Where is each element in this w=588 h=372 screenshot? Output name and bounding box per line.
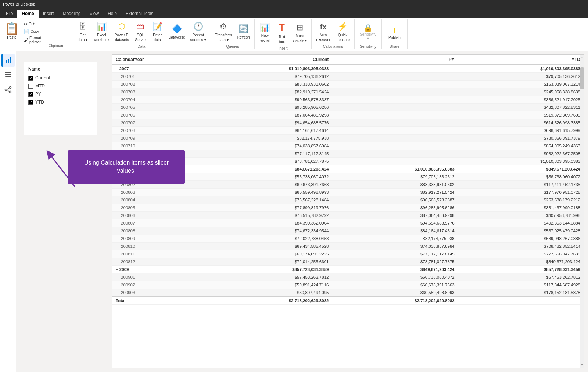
data-table-container: CalendarYear Current PY YTD −2007 $1,010…	[112, 54, 584, 368]
table-row: 200804 $75,567,228.1484 $90,563,578.3387…	[112, 196, 584, 204]
copy-button[interactable]: 📄 Copy	[22, 28, 43, 35]
queries-group-items: ⚙ Transformdata ▾ 🔄 Refresh	[213, 20, 252, 44]
new-measure-icon: fx	[320, 22, 327, 32]
get-data-button[interactable]: 🗄 Getdata ▾	[75, 20, 91, 44]
scrollbar-thumb[interactable]	[580, 67, 584, 89]
more-visuals-button[interactable]: ⊞ Morevisuals ▾	[291, 21, 309, 45]
tab-modeling[interactable]: Modeling	[58, 10, 85, 18]
table-body: −2007 $1,010,803,395.0383 $1,010,803,395…	[112, 65, 584, 305]
text-box-label: Textbox	[279, 35, 285, 44]
transform-label: Transformdata ▾	[215, 33, 232, 42]
table-row: 200810 $69,434,585.4528 $74,038,857.6984…	[112, 243, 584, 250]
tab-home[interactable]: Home	[17, 10, 38, 18]
scrollbar-right[interactable]: ▲ ▼	[580, 55, 584, 368]
table-row: −2009 $857,728,031.3459 $849,671,203.424…	[112, 266, 584, 273]
format-painter-button[interactable]: 🖌 Format painter	[22, 35, 43, 45]
slicer-item-ytd[interactable]: ✓ YTD	[28, 100, 92, 105]
scroll-down-arrow[interactable]: ▼	[580, 362, 584, 368]
svg-rect-6	[5, 78, 8, 78]
sensitivity-icon: 🔒	[363, 24, 373, 32]
table-row: 200902 $59,891,424.7116 $60,673,391.7663…	[112, 281, 584, 289]
new-visual-button[interactable]: 📊 Newvisual	[257, 21, 273, 45]
table-row: 200704 $90,563,578.3387 $336,521,917.202…	[112, 96, 584, 104]
enter-data-label: Enterdata	[153, 33, 162, 42]
new-measure-button[interactable]: fx Newmeasure	[314, 21, 333, 43]
checkbox-py[interactable]: ✓	[28, 92, 33, 97]
table-row: 200901 $57,453,262.7812 $56,738,060.4072…	[112, 273, 584, 281]
calculations-group: fx Newmeasure ⚡ Quickmeasure Calculation…	[312, 19, 355, 49]
enter-data-button[interactable]: 📝 Enterdata	[149, 20, 165, 44]
table-row: 200809 $72,022,788.0458 $82,174,775.938 …	[112, 235, 584, 243]
main-area: Name ✓ Current MTD ✓ PY ✓ YTD	[0, 51, 588, 372]
table-row: 200706 $87,064,486.9298 $519,872,309.760…	[112, 111, 584, 119]
refresh-label: Refresh	[237, 35, 250, 40]
transform-data-button[interactable]: ⚙ Transformdata ▾	[213, 20, 234, 44]
new-visual-icon: 📊	[260, 22, 270, 33]
insert-group-items: 📊 Newvisual T Textbox ⊞ Morevisuals ▾	[257, 20, 309, 46]
sidebar-icon-model[interactable]	[1, 83, 15, 96]
power-bi-datasets-button[interactable]: ⬡ Power BIdatasets	[112, 20, 132, 44]
refresh-icon: 🔄	[239, 24, 248, 35]
table-row: 200811 $69,174,095.2225 $77,117,117.8145…	[112, 250, 584, 258]
recent-sources-button[interactable]: 🕐 Recentsources ▾	[188, 20, 208, 44]
scroll-up-arrow[interactable]: ▲	[580, 55, 584, 60]
tooltip-text: Using Calculation items as slicer values…	[84, 160, 169, 174]
dataverse-button[interactable]: 🔷 Dataverse	[166, 22, 187, 42]
sql-server-button[interactable]: 🗃 SQLServer	[132, 20, 148, 44]
queries-group-label: Queries	[226, 44, 239, 49]
tab-help[interactable]: Help	[103, 10, 121, 18]
quick-measure-label: Quickmeasure	[336, 33, 350, 42]
excel-workbook-button[interactable]: 📊 Excelworkbook	[92, 20, 112, 44]
table-row: 200708 $84,164,617.4614 $698,691,615.799…	[112, 127, 584, 135]
more-visuals-label: Morevisuals ▾	[293, 33, 307, 43]
table-row: 200705 $96,285,905.6286 $432,807,822.831…	[112, 104, 584, 111]
text-box-button[interactable]: T Textbox	[274, 20, 290, 46]
queries-group: ⚙ Transformdata ▾ 🔄 Refresh Queries	[211, 19, 255, 49]
svg-rect-5	[5, 76, 11, 77]
sidebar-icon-report[interactable]	[1, 54, 15, 67]
svg-line-11	[7, 90, 9, 92]
paste-icon: 📋	[4, 21, 19, 35]
table-row: 200709 $82,174,775.938 $780,866,391.7379	[112, 135, 584, 142]
refresh-button[interactable]: 🔄 Refresh	[235, 22, 252, 42]
checkbox-current[interactable]: ✓	[28, 76, 33, 81]
slicer-label-ytd: YTD	[35, 100, 44, 105]
slicer-item-mtd[interactable]: MTD	[28, 83, 92, 89]
tab-insert[interactable]: Insert	[39, 10, 58, 18]
table-row: 200701 $79,705,136.2612 $79,705,136.2612	[112, 73, 584, 81]
slicer-label-current: Current	[35, 75, 50, 81]
title-text: Power BI Desktop	[3, 2, 35, 6]
publish-icon: ↑	[392, 24, 397, 36]
copy-label: Copy	[31, 29, 39, 33]
svg-point-9	[9, 91, 11, 93]
slicer-item-current[interactable]: ✓ Current	[28, 75, 92, 81]
clipboard-group: 📋 Paste ✂ Cut 📄 Copy 🖌 Format painter Cl…	[0, 19, 72, 49]
tooltip-callout: Using Calculation items as slicer values…	[68, 150, 185, 184]
enter-data-icon: 📝	[153, 21, 162, 32]
checkbox-ytd[interactable]: ✓	[28, 100, 33, 105]
tab-view[interactable]: View	[85, 10, 103, 18]
tab-file[interactable]: File	[1, 10, 17, 18]
share-group: ↑ Publish Share	[382, 19, 408, 49]
publish-label: Publish	[388, 36, 401, 40]
paste-button[interactable]: 📋 Paste	[1, 20, 22, 49]
dataverse-label: Dataverse	[168, 35, 185, 40]
sidebar-icon-data[interactable]	[1, 68, 15, 82]
share-group-items: ↑ Publish	[384, 20, 405, 44]
sensitivity-group: 🔒 Sensitivity▾ Sensitivity	[355, 19, 382, 49]
paste-label: Paste	[7, 35, 17, 39]
quick-measure-button[interactable]: ⚡ Quickmeasure	[333, 20, 352, 44]
sensitivity-button[interactable]: 🔒 Sensitivity▾	[357, 22, 379, 42]
svg-rect-2	[10, 57, 11, 63]
slicer-label-mtd: MTD	[35, 83, 45, 89]
data-group: 🗄 Getdata ▾ 📊 Excelworkbook ⬡ Power BIda…	[72, 19, 211, 49]
slicer-panel: Name ✓ Current MTD ✓ PY ✓ YTD	[24, 62, 97, 135]
table-row: 200710 $74,038,857.6984 $854,905,249.436…	[112, 142, 584, 150]
checkbox-mtd[interactable]	[28, 84, 33, 89]
slicer-item-py[interactable]: ✓ PY	[28, 92, 92, 97]
publish-button[interactable]: ↑ Publish	[384, 23, 405, 41]
sql-icon: 🗃	[136, 21, 144, 32]
tab-external-tools[interactable]: External Tools	[121, 10, 158, 18]
get-data-icon: 🗄	[79, 21, 87, 32]
cut-button[interactable]: ✂ Cut	[22, 21, 43, 28]
